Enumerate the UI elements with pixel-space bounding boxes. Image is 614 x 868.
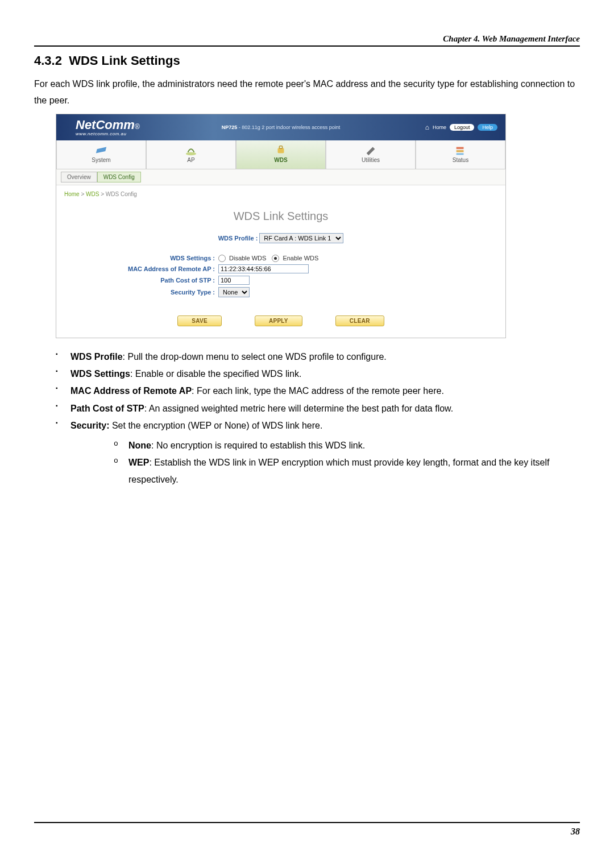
status-icon xyxy=(454,146,467,156)
logout-button[interactable]: Logout xyxy=(450,124,475,131)
list-item: WDS Settings: Enable or disable the spec… xyxy=(56,366,580,383)
crumb-leaf: WDS Config xyxy=(106,191,137,197)
enable-wds-label: Enable WDS xyxy=(283,255,318,261)
product-name: NP725 xyxy=(222,124,238,130)
list-item: WDS Profile: Pull the drop-down menu to … xyxy=(56,348,580,366)
list-item: None: No encryption is required to estab… xyxy=(114,437,580,454)
system-icon xyxy=(95,146,107,156)
panel-title: WDS Link Settings xyxy=(56,210,505,223)
product-desc: - 802.11g 2 port indoor wireless access … xyxy=(237,124,340,130)
nav-label: AP xyxy=(187,157,194,163)
list-item: WEP: Establish the WDS link in WEP encry… xyxy=(114,454,580,489)
mac-row: MAC Address of Remote AP : xyxy=(70,264,492,273)
page-footer: 38 xyxy=(34,822,580,837)
wds-profile-select[interactable]: RF Card A : WDS Link 1 xyxy=(259,233,343,243)
nav-label: System xyxy=(92,157,110,163)
disable-wds-radio[interactable] xyxy=(218,255,226,262)
subtab-overview[interactable]: Overview xyxy=(61,172,97,182)
path-cost-row: Path Cost of STP : xyxy=(70,276,492,285)
security-select[interactable]: None xyxy=(218,287,250,297)
path-cost-input[interactable] xyxy=(218,276,250,285)
crumb-wds[interactable]: WDS xyxy=(86,191,99,197)
logo-subtext: www.netcomm.com.au xyxy=(56,131,140,136)
doc-sub-list: None: No encryption is required to estab… xyxy=(70,437,580,489)
security-row: Security Type : None xyxy=(70,287,492,297)
save-button[interactable]: SAVE xyxy=(177,315,222,326)
svg-rect-4 xyxy=(457,150,464,152)
chapter-header: Chapter 4. Web Management Interface xyxy=(34,34,580,47)
embedded-screenshot: NetComm® www.netcomm.com.au NP725 - 802.… xyxy=(56,114,506,338)
doc-bullet-list: WDS Profile: Pull the drop-down menu to … xyxy=(34,348,580,489)
mac-input[interactable] xyxy=(218,264,309,273)
nav-ap[interactable]: AP xyxy=(146,140,236,169)
subtab-wds-config[interactable]: WDS Config xyxy=(97,172,141,182)
wds-profile-label: WDS Profile : xyxy=(218,235,258,242)
svg-point-0 xyxy=(186,152,196,156)
nav-label: Utilities xyxy=(362,157,380,163)
logo-text: NetComm xyxy=(56,118,135,132)
mac-label: MAC Address of Remote AP : xyxy=(70,265,218,272)
section-heading: 4.3.2 WDS Link Settings xyxy=(34,53,580,68)
svg-rect-2 xyxy=(279,146,283,149)
top-links: ⌂ Home Logout Help xyxy=(425,123,497,131)
main-nav: System AP WDS Utilities Status xyxy=(56,140,505,169)
wds-settings-label: WDS Settings : xyxy=(70,255,218,261)
logo: NetComm® www.netcomm.com.au xyxy=(56,118,140,136)
page-number: 38 xyxy=(571,827,580,836)
svg-rect-3 xyxy=(457,147,464,149)
button-row: SAVE APPLY CLEAR xyxy=(70,315,492,326)
nav-status[interactable]: Status xyxy=(416,140,505,169)
topbar: NetComm® www.netcomm.com.au NP725 - 802.… xyxy=(56,114,505,140)
breadcrumb: Home > WDS > WDS Config xyxy=(56,185,505,203)
svg-rect-5 xyxy=(457,153,464,155)
nav-label: Status xyxy=(453,157,468,163)
intro-text: For each WDS link profile, the administr… xyxy=(34,76,580,109)
nav-label: WDS xyxy=(274,157,287,163)
home-link[interactable]: Home xyxy=(433,124,446,130)
product-description: NP725 - 802.11g 2 port indoor wireless a… xyxy=(222,124,341,130)
security-label: Security Type : xyxy=(70,289,218,296)
disable-wds-label: Disable WDS xyxy=(229,255,266,261)
nav-utilities[interactable]: Utilities xyxy=(326,140,416,169)
list-item: Path Cost of STP: An assigned weighted m… xyxy=(56,400,580,417)
wds-settings-row: WDS Settings : Disable WDS Enable WDS xyxy=(70,255,492,262)
form-area: WDS Profile : RF Card A : WDS Link 1 WDS… xyxy=(56,233,505,338)
utilities-icon xyxy=(364,146,377,156)
nav-system[interactable]: System xyxy=(56,140,146,169)
path-cost-label: Path Cost of STP : xyxy=(70,277,218,284)
ap-icon xyxy=(185,146,197,156)
apply-button[interactable]: APPLY xyxy=(255,315,302,326)
home-icon[interactable]: ⌂ xyxy=(425,123,429,131)
wds-profile-row: WDS Profile : RF Card A : WDS Link 1 xyxy=(70,233,492,243)
enable-wds-radio[interactable] xyxy=(272,255,279,262)
sub-nav: Overview WDS Config xyxy=(56,169,505,185)
list-item: Security: Set the encryption (WEP or Non… xyxy=(56,417,580,489)
crumb-home[interactable]: Home xyxy=(64,191,80,197)
help-button[interactable]: Help xyxy=(478,124,497,131)
nav-wds[interactable]: WDS xyxy=(236,140,326,169)
section-title: WDS Link Settings xyxy=(69,53,180,68)
section-number: 4.3.2 xyxy=(34,53,62,68)
clear-button[interactable]: CLEAR xyxy=(335,315,384,326)
wds-icon xyxy=(275,146,287,156)
list-item: MAC Address of Remote AP: For each link,… xyxy=(56,383,580,400)
